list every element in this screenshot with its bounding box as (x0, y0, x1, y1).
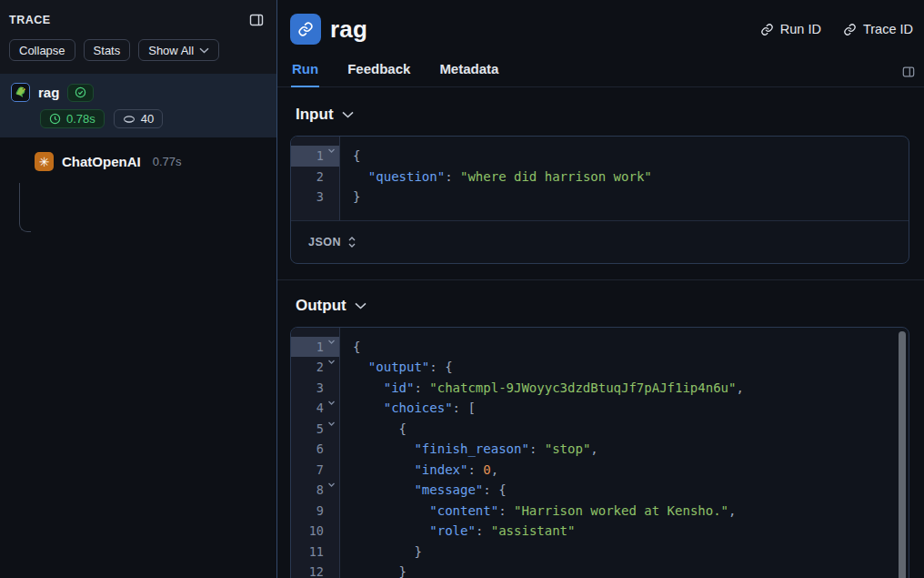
line-number: 1 (316, 337, 324, 358)
fold-toggle-icon[interactable] (327, 420, 336, 428)
code-line-text: "role": "assistant" (339, 521, 575, 542)
tree-node-chatopenai[interactable]: ✳ ChatOpenAI 0.77s (0, 143, 276, 180)
code-line: 8 "message": { (291, 480, 909, 501)
trace-tree: rag 0.78s (0, 74, 276, 578)
line-gutter: 9 (291, 501, 339, 522)
code-line: 3 "id": "chatcmpl-9JWoyyc3dzdBtuqJf7pAJf… (291, 378, 909, 399)
fold-toggle-icon[interactable] (327, 358, 336, 366)
code-line: 2 "question": "where did harrison work" (291, 167, 909, 188)
code-line: 6 "finish_reason": "stop", (291, 439, 909, 460)
line-number: 4 (316, 398, 324, 419)
input-section: Input 1{2 "question": "where did harriso… (277, 87, 924, 264)
run-id-button[interactable]: Run ID (760, 22, 821, 36)
collapse-button-label: Collapse (19, 44, 65, 57)
line-number: 1 (316, 146, 324, 167)
line-gutter: 2 (291, 167, 339, 188)
line-number: 2 (316, 357, 324, 378)
line-number: 10 (309, 521, 324, 542)
line-gutter: 3 (291, 187, 339, 208)
line-number: 12 (309, 562, 324, 578)
collapse-button[interactable]: Collapse (9, 39, 75, 61)
code-line-text: "content": "Harrison worked at Kensho.", (339, 501, 736, 522)
fold-toggle-icon[interactable] (327, 481, 336, 489)
show-all-label: Show All (148, 44, 194, 57)
line-gutter: 5 (291, 419, 339, 440)
fold-toggle-icon[interactable] (327, 338, 336, 346)
openai-icon: ✳ (35, 152, 54, 171)
output-code-editor: 1{2 "output": {3 "id": "chatcmpl-9JWoyyc… (290, 327, 909, 578)
scrollbar-thumb[interactable] (899, 331, 906, 578)
chatopenai-duration: 0.77s (153, 155, 182, 168)
line-gutter: 1 (291, 337, 339, 358)
code-line-text: "finish_reason": "stop", (339, 439, 598, 460)
code-line: 3} (291, 187, 909, 208)
code-line: 11 } (291, 542, 909, 563)
code-line-text: "choices": [ (339, 398, 476, 419)
code-line: 1{ (291, 337, 909, 358)
duration-badge: 0.78s (40, 109, 105, 128)
split-panel-icon[interactable] (902, 66, 915, 78)
chain-link-icon (290, 14, 321, 45)
chevron-down-icon (342, 111, 354, 118)
line-number: 5 (316, 419, 324, 440)
link-icon (760, 23, 774, 36)
tab-metadata[interactable]: Metadata (438, 56, 499, 87)
tree-connector-line (19, 183, 31, 232)
chevron-down-icon (199, 47, 209, 54)
duration-value: 0.78s (66, 112, 95, 126)
code-line-text: } (339, 187, 360, 208)
code-line-text: "question": "where did harrison work" (339, 167, 652, 188)
line-number: 3 (316, 187, 324, 208)
line-gutter: 3 (291, 378, 339, 399)
input-code-editor: 1{2 "question": "where did harrison work… (290, 136, 909, 264)
code-line: 10 "role": "assistant" (291, 521, 909, 542)
line-gutter: 10 (291, 521, 339, 542)
trace-sidebar: TRACE Collapse Stats Show All (0, 0, 277, 578)
stats-button[interactable]: Stats (84, 39, 131, 61)
collapse-sidebar-icon[interactable] (249, 13, 264, 27)
show-all-dropdown[interactable]: Show All (138, 39, 219, 61)
sidebar-title: TRACE (9, 14, 51, 26)
code-line: 4 "choices": [ (291, 398, 909, 419)
output-section-toggle[interactable]: Output (290, 280, 909, 327)
run-detail-panel: rag Run ID Trace ID Run Feedba (277, 0, 924, 578)
line-number: 6 (316, 439, 324, 460)
run-header: rag Run ID Trace ID (277, 0, 924, 54)
line-number: 9 (316, 501, 324, 522)
line-number: 7 (316, 460, 324, 481)
link-icon (843, 23, 857, 36)
trace-id-button[interactable]: Trace ID (843, 22, 913, 36)
line-number: 11 (309, 542, 324, 563)
parrot-icon (11, 83, 30, 102)
run-tabs: Run Feedback Metadata (277, 54, 924, 87)
tab-run[interactable]: Run (291, 56, 319, 87)
tokens-badge: 40 (114, 109, 163, 128)
code-line: 1{ (291, 146, 909, 167)
code-line-text: "output": { (339, 357, 453, 378)
success-check-icon (67, 84, 94, 102)
input-section-title: Input (296, 106, 334, 124)
format-selector[interactable]: JSON (291, 220, 909, 263)
input-section-toggle[interactable]: Input (290, 87, 909, 136)
tokens-value: 40 (141, 112, 154, 126)
code-line-text: } (339, 562, 407, 578)
line-gutter: 12 (291, 562, 339, 578)
tree-node-rag[interactable]: rag 0.78s (0, 74, 276, 137)
trace-viewer: TRACE Collapse Stats Show All (0, 0, 924, 578)
code-line-text: { (339, 419, 407, 440)
stats-button-label: Stats (94, 44, 121, 57)
trace-id-label: Trace ID (863, 22, 913, 36)
code-line-text: { (339, 337, 360, 358)
code-line: 7 "index": 0, (291, 460, 909, 481)
sidebar-header: TRACE Collapse Stats Show All (0, 0, 276, 74)
tree-node-chatopenai-label: ChatOpenAI (62, 154, 141, 169)
fold-toggle-icon[interactable] (327, 399, 336, 407)
code-line: 9 "content": "Harrison worked at Kensho.… (291, 501, 909, 522)
line-gutter: 4 (291, 398, 339, 419)
code-line: 12 } (291, 562, 909, 578)
tab-feedback[interactable]: Feedback (346, 56, 411, 87)
line-gutter: 6 (291, 439, 339, 460)
line-gutter: 1 (291, 146, 339, 167)
clock-icon (49, 113, 61, 125)
fold-toggle-icon[interactable] (327, 147, 336, 155)
